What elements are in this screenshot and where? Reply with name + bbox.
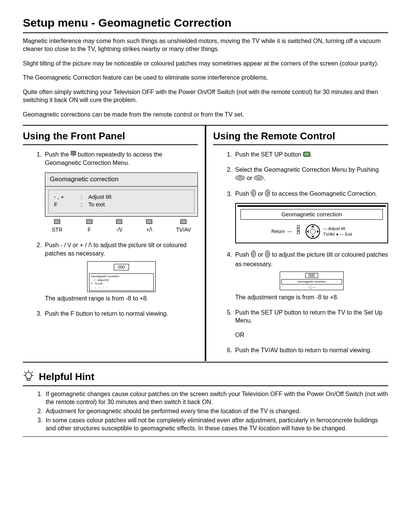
- remote-heading: Using the Remote Control: [213, 129, 388, 143]
- divider: [23, 436, 388, 437]
- text: Push: [235, 251, 251, 258]
- remote-screen-diagram: Geomagnetic correction Return — — Adjust…: [235, 203, 388, 243]
- svg-line-20: [32, 372, 33, 373]
- key: - , +: [54, 193, 81, 201]
- right-button-icon: [265, 189, 270, 199]
- text: .: [264, 175, 265, 181]
- return-label: Return: [271, 228, 285, 235]
- svg-rect-9: [297, 225, 299, 228]
- svg-rect-10: [297, 228, 299, 231]
- intro-p1: Magnetic interference may come from such…: [23, 37, 388, 53]
- screen-title: Geomagnetic correction: [45, 173, 198, 187]
- btn-plus: +/\: [146, 227, 152, 233]
- text: or: [258, 251, 265, 258]
- f-button-icon: [71, 151, 76, 159]
- val: To exit: [88, 201, 105, 208]
- key: F: [54, 201, 81, 208]
- text: or: [247, 175, 254, 181]
- front-step-2: Push - / \/ or + / /\ to adjust the pict…: [43, 241, 198, 302]
- right-button-icon: [265, 250, 270, 260]
- svg-point-14: [251, 251, 256, 257]
- intro-p5: Geomagnetic corrections can be made from…: [23, 110, 388, 119]
- divider: [23, 32, 388, 33]
- value-readout: 000: [305, 273, 319, 278]
- value-readout: 000: [114, 264, 129, 270]
- adjust-label: Adjust tilt: [328, 226, 345, 231]
- hint-3: In some cases colour patches will not be…: [44, 416, 388, 433]
- tv-screen-diagram: Geomagnetic correction - , +:Adjust tilt…: [45, 173, 198, 217]
- remote-step-3: Push or to access the Geomagnetic Correc…: [234, 189, 388, 243]
- setup-button-icon: [303, 151, 311, 159]
- divider: [213, 144, 388, 145]
- hint-heading: Helpful Hint: [39, 370, 94, 383]
- left-button-icon: [251, 189, 256, 199]
- text: to access the Geomagnetic Correction.: [272, 191, 378, 197]
- screen-title: Geomagnetic correction: [241, 209, 383, 220]
- page-title: Setup menu - Geomagnetic Correction: [23, 15, 388, 31]
- intro-p4: Quite often simply switching your Televi…: [23, 88, 388, 104]
- range-note: The adjustment range is from -8 to +8.: [45, 294, 198, 303]
- hint-1: If geomagnetic changes cause colour patc…: [44, 390, 388, 406]
- mini-buttons: ▫ ▫ ▫ ▫ ▫: [91, 286, 152, 289]
- svg-rect-11: [297, 232, 299, 234]
- tvav-label: TV/AV: [323, 232, 335, 236]
- text: Push: [235, 191, 251, 197]
- left-button-icon: [251, 250, 256, 260]
- svg-point-5: [236, 176, 245, 180]
- lightbulb-icon: [23, 369, 34, 385]
- svg-point-13: [310, 229, 315, 234]
- divider: [23, 362, 388, 363]
- text: or: [258, 191, 265, 197]
- btn-f: F: [88, 227, 91, 233]
- mini-remote-diagram: 000 Geomagnetic correction ▫ ◯ —: [280, 272, 344, 291]
- intro-p3: The Geomagnetic Correction feature can b…: [23, 73, 388, 82]
- svg-line-19: [24, 372, 25, 373]
- front-panel-column: Using the Front Panel Push the button re…: [23, 126, 204, 361]
- mini-title: Geomagnetic correction: [91, 275, 152, 278]
- up-button-icon: [235, 174, 245, 183]
- svg-point-8: [265, 190, 270, 197]
- text: Push the SET UP button to return the TV …: [235, 309, 382, 324]
- hint-header: Helpful Hint: [23, 369, 388, 385]
- or-text: OR: [235, 331, 388, 339]
- btn-str: STR: [52, 227, 62, 233]
- text: Select the Geomagnetic Correction Menu b…: [235, 166, 379, 173]
- svg-rect-0: [71, 151, 76, 155]
- hint-2: Adjustment for geomagnetic should be per…: [44, 407, 388, 415]
- remote-step-4: Push or to adjust the picture tilt or co…: [234, 250, 388, 301]
- svg-point-16: [25, 372, 32, 379]
- svg-rect-17: [27, 379, 30, 380]
- val: Adjust tilt: [88, 193, 112, 201]
- mini-r1: - , + : Adjust tilt: [91, 278, 152, 282]
- remote-step-6: Push the TV/AV button to return to norma…: [234, 346, 388, 355]
- front-button-strip: STR F -/\/ +/\ TV/AV: [45, 219, 198, 234]
- text: Push the SET UP button: [235, 151, 303, 158]
- mini-title: Geomagnetic correction: [281, 279, 342, 284]
- remote-step-2: Select the Geomagnetic Correction Menu b…: [234, 166, 388, 182]
- remote-control-column: Using the Remote Control Push the SET UP…: [207, 126, 388, 361]
- svg-rect-2: [303, 152, 310, 157]
- svg-point-6: [254, 176, 263, 180]
- remote-step-5: Push the SET UP button to return the TV …: [234, 308, 388, 339]
- front-panel-heading: Using the Front Panel: [23, 129, 198, 143]
- range-note: The adjustment range is from -8 to +8.: [235, 293, 388, 302]
- svg-point-7: [251, 190, 256, 197]
- hint-list: If geomagnetic changes cause colour patc…: [23, 390, 388, 433]
- mini-screen-diagram: 000 Geomagnetic correction - , + : Adjus…: [87, 261, 156, 292]
- svg-point-15: [265, 251, 270, 257]
- mini-r2: F : To exit: [91, 282, 152, 285]
- btn-minus: -/\/: [116, 227, 122, 233]
- intro-p2: Slight tilting of the picture may be not…: [23, 59, 388, 68]
- front-step-1: Push the button repeatedly to access the…: [43, 150, 198, 234]
- ring-icon: [305, 224, 321, 240]
- text: Push - / \/ or + / /\ to adjust the pict…: [45, 242, 186, 257]
- exit-label: Exit: [345, 232, 352, 236]
- down-button-icon: [254, 174, 264, 183]
- column-divider: [205, 126, 206, 361]
- btn-tvav: TV/AV: [176, 227, 191, 233]
- remote-step-1: Push the SET UP button .: [234, 150, 388, 159]
- intro-block: Magnetic interference may come from such…: [23, 37, 388, 119]
- divider: [23, 385, 388, 386]
- dpad-icon: [294, 225, 303, 238]
- text: Push the: [45, 151, 71, 158]
